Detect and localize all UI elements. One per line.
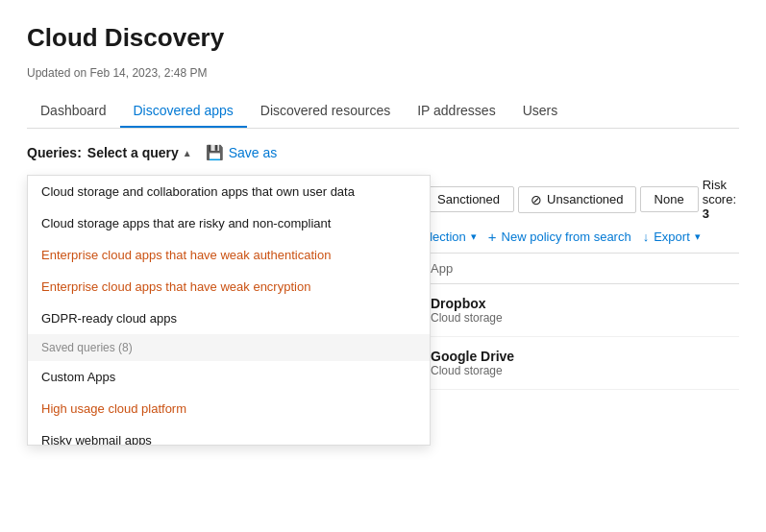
table-row[interactable]: Google Drive Cloud storage	[423, 337, 739, 390]
dropdown-item-1[interactable]: Cloud storage and collaboration apps tha…	[28, 176, 430, 207]
export-button[interactable]: ↓ Export ▾	[643, 230, 701, 244]
select-query-button[interactable]: Select a query ▲	[87, 145, 192, 160]
dropdown-item-7[interactable]: High usage cloud platform	[28, 393, 430, 424]
dropdown-item-2[interactable]: Cloud storage apps that are risky and no…	[28, 207, 430, 239]
save-as-button[interactable]: 💾 Save as	[198, 144, 285, 161]
tab-discovered-apps[interactable]: Discovered apps	[120, 95, 247, 128]
export-chevron-icon: ▾	[695, 230, 701, 243]
risk-score-label: Risk score: 3	[703, 178, 739, 221]
tab-dashboard[interactable]: Dashboard	[27, 95, 120, 128]
selection-button[interactable]: election ▾	[423, 230, 477, 244]
chevron-up-icon: ▲	[183, 148, 192, 158]
dropdown-item-4[interactable]: Enterprise cloud apps that have weak enc…	[28, 271, 430, 302]
dropdown-saved-queries-header: Saved queries (8)	[28, 334, 430, 361]
export-icon: ↓	[643, 230, 650, 244]
app-info-dropbox: Dropbox Cloud storage	[423, 296, 596, 325]
dropdown-scroll-area[interactable]: Cloud storage and collaboration apps tha…	[28, 176, 430, 445]
queries-label: Queries:	[27, 145, 82, 160]
unsanctioned-icon: ⊘	[531, 192, 542, 207]
chevron-down-icon: ▾	[471, 230, 477, 243]
app-name: Dropbox	[431, 296, 596, 311]
sanctioned-filter-button[interactable]: Sanctioned	[423, 186, 514, 212]
save-icon: 💾	[206, 144, 224, 161]
queries-dropdown-menu: Cloud storage and collaboration apps tha…	[27, 175, 431, 446]
page-title: Cloud Discovery	[27, 23, 739, 53]
app-category: Cloud storage	[431, 311, 596, 325]
new-policy-button[interactable]: + New policy from search	[488, 229, 631, 245]
updated-text: Updated on Feb 14, 2023, 2:48 PM	[27, 66, 739, 80]
queries-area: Queries: Select a query ▲ 💾 Save as Clou…	[27, 144, 284, 161]
right-panel: Sanctioned ⊘ Unsanctioned None Risk scor…	[423, 178, 739, 390]
tab-ip-addresses[interactable]: IP addresses	[404, 95, 508, 128]
action-bar: election ▾ + New policy from search ↓ Ex…	[423, 229, 739, 245]
tab-users[interactable]: Users	[509, 95, 572, 128]
dropdown-item-5[interactable]: GDPR-ready cloud apps	[28, 302, 430, 334]
dropdown-item-8[interactable]: Risky webmail apps	[28, 424, 430, 445]
col-app-header: App	[423, 261, 596, 276]
tab-discovered-resources[interactable]: Discovered resources	[247, 95, 404, 128]
app-table: App Dropbox Cloud storage Google Drive C…	[423, 253, 739, 390]
app-name: Google Drive	[431, 349, 596, 364]
none-filter-button[interactable]: None	[640, 186, 699, 212]
plus-icon: +	[488, 229, 497, 245]
filter-bar: Sanctioned ⊘ Unsanctioned None Risk scor…	[423, 178, 739, 221]
toolbar-row: Queries: Select a query ▲ 💾 Save as Clou…	[27, 144, 739, 161]
dropdown-item-6[interactable]: Custom Apps	[28, 361, 430, 393]
unsanctioned-filter-button[interactable]: ⊘ Unsanctioned	[518, 186, 636, 213]
app-category: Cloud storage	[431, 364, 596, 377]
dropdown-item-3[interactable]: Enterprise cloud apps that have weak aut…	[28, 239, 430, 271]
table-header: App	[423, 254, 739, 284]
tabs-row: Dashboard Discovered apps Discovered res…	[27, 95, 739, 129]
table-row[interactable]: Dropbox Cloud storage	[423, 284, 739, 337]
app-info-googledrive: Google Drive Cloud storage	[423, 349, 596, 377]
